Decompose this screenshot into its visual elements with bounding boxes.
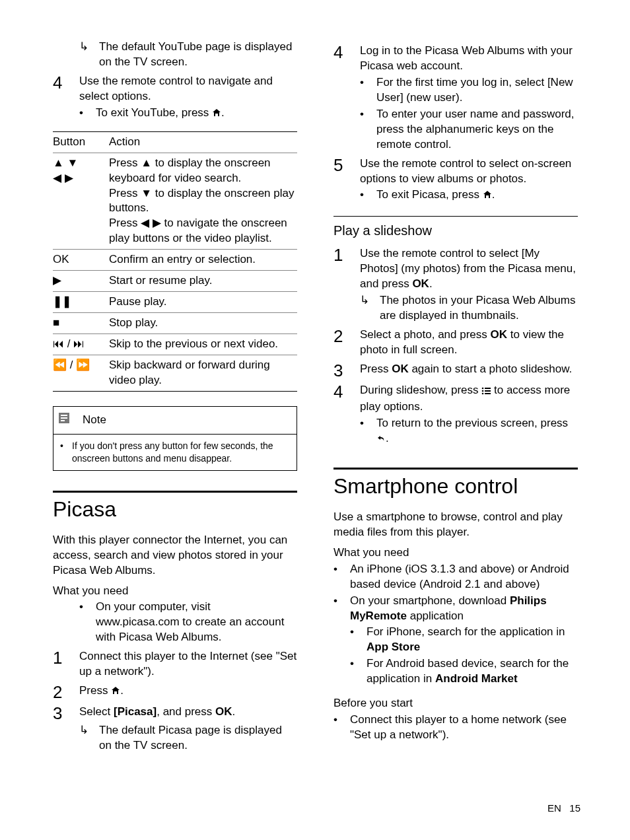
step5-sub: •To exit Picasa, press .: [360, 188, 578, 204]
back-icon: [376, 433, 386, 448]
picasa-step-3: 3 Select [Picasa], and press OK.: [53, 705, 297, 722]
step-4: 4 Log in to the Picasa Web Albums with y…: [333, 44, 578, 74]
action-cell: Pause play.: [109, 295, 297, 310]
btn-cell: OK: [53, 252, 109, 267]
wyn-sub-2: For Android based device, search for the…: [367, 656, 578, 687]
step-text: Connect this player to the Internet (see…: [79, 649, 297, 680]
note-header: Note: [53, 407, 297, 435]
table-row: ⏮ / ⏭ Skip to the previous or next video…: [53, 334, 297, 355]
picasa-intro: With this player connector the Internet,…: [53, 533, 297, 578]
th-action: Action: [109, 135, 297, 150]
svg-point-6: [482, 393, 484, 395]
btn-cell: ■: [53, 316, 109, 331]
what-you-need-label: What you need: [333, 545, 578, 561]
footer-lang: EN: [547, 802, 561, 814]
text: To enter your user name and password, pr…: [376, 107, 578, 153]
table-row: OK Confirm an entry or selection.: [53, 250, 297, 271]
right-column: 4 Log in to the Picasa Web Albums with y…: [333, 40, 578, 757]
smartphone-intro: Use a smartphone to browse, control and …: [333, 510, 578, 540]
table-header: Button Action: [53, 132, 297, 153]
result-line: ↳ The photos in your Picasa Web Albums a…: [360, 293, 578, 324]
action-cell: Confirm an entry or selection.: [109, 252, 297, 267]
note-text: If you don't press any button for few se…: [72, 440, 290, 465]
th-button: Button: [53, 135, 109, 150]
action-cell: Skip backward or forward during video pl…: [109, 358, 297, 388]
note-label: Note: [83, 413, 106, 428]
bullet-dot: •: [79, 106, 96, 122]
action-cell: Skip to the previous or next video.: [109, 337, 297, 352]
button-action-table: Button Action ▲ ▼◀ ▶ Press ▲ to display …: [53, 131, 297, 392]
text: To return to the previous screen, press …: [376, 416, 578, 448]
svg-rect-3: [61, 420, 65, 421]
step4-sub-b: •To enter your user name and password, p…: [360, 107, 578, 153]
slide-step-4: 4 During slideshow, press to access more…: [333, 383, 578, 415]
options-icon: [481, 384, 491, 400]
result-text: The default Picasa page is displayed on …: [99, 723, 297, 753]
step-text: Press OK again to start a photo slidesho…: [360, 362, 578, 379]
result-arrow-icon: ↳: [79, 40, 99, 70]
result-text: The photos in your Picasa Web Albums are…: [380, 293, 578, 324]
home-icon: [111, 685, 120, 700]
picasa-step-2: 2 Press .: [53, 683, 297, 701]
step-4: 4 Use the remote control to navigate and…: [53, 74, 297, 104]
step-number: 4: [53, 74, 79, 104]
table-row: ▶ Start or resume play.: [53, 271, 297, 292]
smartphone-heading: Smartphone control: [333, 468, 578, 501]
step-text: Use the remote control to select on-scre…: [360, 157, 578, 187]
svg-rect-1: [61, 415, 67, 416]
text: To exit Picasa, press .: [376, 188, 495, 204]
table-row: ❚❚ Pause play.: [53, 292, 297, 313]
svg-rect-7: [485, 388, 491, 389]
wyn-item: •On your computer, visit www.picasa.com …: [79, 600, 297, 645]
result-line: ↳ The default Picasa page is displayed o…: [79, 723, 297, 753]
wyn-item-2: On your smartphone, download Philips MyR…: [350, 594, 578, 624]
result-arrow-icon: ↳: [79, 723, 99, 753]
action-cell: Stop play.: [109, 316, 297, 331]
footer-page: 15: [569, 802, 580, 814]
page-footer: EN 15: [547, 802, 580, 814]
wyn-text: On your computer, visit www.picasa.com t…: [96, 600, 297, 645]
btn-cell: ❚❚: [53, 295, 109, 310]
step-text: Select [Picasa], and press OK.: [79, 705, 297, 722]
home-icon: [483, 189, 492, 204]
action-cell: Press ▲ to display the onscreen keyboard…: [109, 156, 297, 247]
btn-cell: ⏪ / ⏩: [53, 358, 109, 388]
svg-point-5: [482, 390, 484, 392]
what-you-need-label: What you need: [53, 584, 297, 599]
svg-rect-9: [485, 393, 491, 394]
left-column: ↳ The default YouTube page is displayed …: [53, 40, 297, 757]
svg-point-4: [482, 388, 484, 390]
slide-step-1: 1 Use the remote control to select [My P…: [333, 246, 578, 292]
step-text: Use the remote control to navigate and s…: [79, 74, 297, 104]
table-row: ⏪ / ⏩ Skip backward or forward during vi…: [53, 355, 297, 391]
slide-step-3: 3 Press OK again to start a photo slides…: [333, 362, 578, 379]
step4-sub-a: •For the first time you log in, select […: [360, 75, 578, 106]
svg-rect-8: [485, 390, 491, 392]
table-row: ▲ ▼◀ ▶ Press ▲ to display the onscreen k…: [53, 153, 297, 250]
svg-rect-2: [61, 417, 67, 419]
slide-step-2: 2 Select a photo, and press OK to view t…: [333, 328, 578, 358]
btn-cell: ▶: [53, 273, 109, 289]
step-text: During slideshow, press to access more p…: [360, 383, 578, 415]
note-body: •If you don't press any button for few s…: [53, 435, 297, 470]
wyn-item-1: An iPhone (iOS 3.1.3 and above) or Andro…: [350, 562, 578, 592]
result-line: ↳ The default YouTube page is displayed …: [79, 40, 297, 70]
youtube-result-text: The default YouTube page is displayed on…: [99, 40, 297, 70]
picasa-step-1: 1 Connect this player to the Internet (s…: [53, 649, 297, 680]
slide-step4-sub: •To return to the previous screen, press…: [360, 416, 578, 448]
table-row: ■ Stop play.: [53, 313, 297, 334]
note-icon: [59, 411, 76, 430]
text: For the first time you log in, select [N…: [376, 75, 578, 106]
note-box: Note •If you don't press any button for …: [53, 406, 297, 471]
before-you-start-label: Before you start: [333, 696, 578, 711]
wyn-sub-1: For iPhone, search for the application i…: [367, 625, 578, 655]
step4-sub: • To exit YouTube, press .: [79, 106, 297, 122]
home-icon: [212, 107, 221, 122]
picasa-heading: Picasa: [53, 491, 297, 524]
step-text: Select a photo, and press OK to view the…: [360, 328, 578, 358]
step-5: 5 Use the remote control to select on-sc…: [333, 157, 578, 187]
bys-item-1: Connect this player to a home network (s…: [350, 713, 578, 743]
slideshow-heading: Play a slideshow: [333, 222, 578, 240]
btn-cell: ▲ ▼◀ ▶: [53, 156, 109, 247]
action-cell: Start or resume play.: [109, 273, 297, 289]
